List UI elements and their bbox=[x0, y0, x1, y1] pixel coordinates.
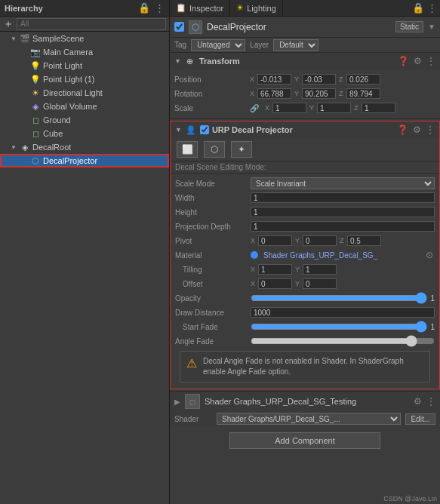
rotation-z-coord: Z bbox=[339, 88, 380, 99]
rotation-z-input[interactable] bbox=[346, 88, 380, 99]
tree-item-decalprojector[interactable]: ⬡ DecalProjector bbox=[0, 154, 169, 167]
scale-mode-row: Scale Mode Scale Invariant bbox=[175, 177, 435, 190]
tree-item-ground[interactable]: ◻ Ground bbox=[0, 113, 169, 127]
inspector-more-icon[interactable]: ⋮ bbox=[427, 2, 437, 14]
rotation-y-input[interactable] bbox=[302, 88, 336, 99]
shader-row: Shader Shader Graphs/URP_Decal_SG_... Ed… bbox=[170, 411, 440, 426]
urp-decal-more-icon[interactable]: ⋮ bbox=[426, 124, 435, 135]
edit-mode-btn-1[interactable]: ⬜ bbox=[177, 141, 198, 158]
edit-mode-btn-3[interactable]: ✦ bbox=[231, 141, 252, 158]
layer-dropdown[interactable]: Default bbox=[273, 39, 318, 51]
width-input[interactable] bbox=[251, 192, 435, 203]
position-value: X Y Z bbox=[250, 74, 435, 85]
position-z-coord: Z bbox=[339, 74, 380, 85]
scale-mode-value: Scale Invariant bbox=[251, 177, 435, 189]
urp-decal-help-icon[interactable]: ❓ bbox=[397, 124, 408, 135]
tilling-y-coord: Y bbox=[295, 264, 337, 275]
shader-more-icon[interactable]: ⋮ bbox=[426, 396, 435, 407]
hierarchy-search-input[interactable] bbox=[17, 18, 166, 30]
rotation-x-input[interactable] bbox=[257, 88, 291, 99]
scale-y-input[interactable] bbox=[317, 103, 351, 113]
tree-item-directional-light[interactable]: ☀ Directional Light bbox=[0, 86, 169, 100]
scale-x-input[interactable] bbox=[272, 103, 306, 113]
scale-z-input[interactable] bbox=[362, 103, 395, 113]
lighting-tab-icon: ☀ bbox=[236, 3, 244, 13]
transform-more-icon[interactable]: ⋮ bbox=[426, 56, 435, 66]
shader-edit-button[interactable]: Edit... bbox=[405, 413, 435, 425]
inspector-tab-icon: 📋 bbox=[176, 3, 186, 13]
object-icon: ⬡ bbox=[189, 20, 202, 34]
transform-settings-icon[interactable]: ⚙ bbox=[414, 56, 422, 66]
shader-select[interactable]: Shader Graphs/URP_Decal_SG_... bbox=[217, 413, 401, 425]
inspector-lock-icon[interactable]: 🔒 bbox=[412, 2, 424, 14]
urp-decal-section: ▼ 👤 URP Decal Projector ❓ ⚙ ⋮ ⬜ ⬡ ✦ bbox=[170, 121, 440, 389]
tree-label-ground: Ground bbox=[43, 115, 71, 124]
edit-mode-btn-2[interactable]: ⬡ bbox=[204, 141, 225, 158]
tree-arrow-samplescene: ▼ bbox=[11, 35, 20, 42]
shader-collapse-arrow[interactable]: ▶ bbox=[174, 398, 180, 406]
tree-label-directional-light: Directional Light bbox=[43, 88, 103, 97]
tree-item-point-light-1[interactable]: 💡 Point Light bbox=[0, 59, 169, 72]
tilling-x-input[interactable] bbox=[258, 264, 292, 275]
inspector-tab-bar: 📋 Inspector ☀ Lighting 🔒 ⋮ bbox=[170, 0, 440, 17]
width-label: Width bbox=[175, 194, 251, 202]
add-component-button[interactable]: Add Component bbox=[229, 432, 380, 449]
tree-item-point-light-2[interactable]: 💡 Point Light (1) bbox=[0, 72, 169, 86]
tag-dropdown[interactable]: Untagged bbox=[191, 39, 245, 51]
hierarchy-more-icon[interactable]: ⋮ bbox=[155, 2, 165, 14]
static-button[interactable]: Static bbox=[395, 21, 423, 32]
position-z-input[interactable] bbox=[346, 74, 380, 85]
hierarchy-panel-header: Hierarchy 🔒 ⋮ bbox=[0, 0, 169, 17]
tree-item-decalroot[interactable]: ▼ ◈ DecalRoot bbox=[0, 140, 169, 154]
offset-x-input[interactable] bbox=[258, 278, 292, 289]
tree-item-samplescene[interactable]: ▼ 🎬 SampleScene bbox=[0, 32, 169, 45]
material-pick-button[interactable]: ⊙ bbox=[424, 250, 435, 260]
inspector-panel: 📋 Inspector ☀ Lighting 🔒 ⋮ ⬡ DecalProjec… bbox=[170, 0, 440, 504]
tree-item-global-volume[interactable]: ◈ Global Volume bbox=[0, 100, 169, 113]
projection-depth-input[interactable] bbox=[251, 221, 435, 232]
opacity-num: 1 bbox=[430, 294, 435, 303]
hierarchy-lock-icon[interactable]: 🔒 bbox=[138, 2, 150, 14]
position-y-coord: Y bbox=[294, 74, 336, 85]
tree-label-samplescene: SampleScene bbox=[32, 34, 85, 43]
height-row: Height bbox=[175, 205, 435, 219]
directional-light-icon: ☀ bbox=[30, 88, 41, 98]
material-label: Material bbox=[175, 251, 251, 260]
inspector-tab-label: Inspector bbox=[189, 4, 223, 13]
shader-settings-icon[interactable]: ⚙ bbox=[414, 396, 422, 407]
urp-decal-header[interactable]: ▼ 👤 URP Decal Projector ❓ ⚙ ⋮ bbox=[171, 121, 439, 138]
pivot-z-coord: Z bbox=[340, 235, 381, 246]
angle-fade-slider[interactable] bbox=[251, 337, 435, 346]
hierarchy-add-button[interactable]: ＋ bbox=[3, 17, 14, 31]
urp-decal-enabled-checkbox[interactable] bbox=[200, 125, 209, 134]
decalroot-icon: ◈ bbox=[20, 142, 30, 152]
pivot-value: X Y Z bbox=[251, 235, 435, 246]
draw-distance-value bbox=[251, 307, 435, 318]
tree-item-main-camera[interactable]: 📷 Main Camera bbox=[0, 45, 169, 59]
static-dropdown-arrow[interactable]: ▼ bbox=[428, 23, 435, 31]
height-input[interactable] bbox=[251, 207, 435, 217]
tab-lighting[interactable]: ☀ Lighting bbox=[230, 0, 283, 16]
start-fade-slider[interactable] bbox=[251, 322, 427, 331]
object-active-checkbox[interactable] bbox=[174, 22, 184, 32]
scale-mode-select[interactable]: Scale Invariant bbox=[251, 177, 435, 189]
transform-help-icon[interactable]: ❓ bbox=[398, 56, 409, 66]
transform-actions: ❓ ⚙ ⋮ bbox=[398, 56, 435, 66]
pivot-y-input[interactable] bbox=[303, 235, 337, 246]
position-y-input[interactable] bbox=[302, 74, 336, 85]
offset-y-input[interactable] bbox=[303, 278, 337, 289]
tree-item-cube[interactable]: ◻ Cube bbox=[0, 127, 169, 140]
urp-decal-settings-icon[interactable]: ⚙ bbox=[413, 124, 421, 135]
position-x-input[interactable] bbox=[257, 74, 291, 85]
warning-icon: ⚠ bbox=[186, 356, 197, 370]
transform-header[interactable]: ▼ ⊕ Transform ❓ ⚙ ⋮ bbox=[170, 53, 440, 69]
tilling-y-input[interactable] bbox=[303, 264, 337, 275]
draw-distance-input[interactable] bbox=[251, 307, 435, 318]
tab-inspector[interactable]: 📋 Inspector bbox=[170, 0, 230, 16]
pivot-x-input[interactable] bbox=[258, 235, 292, 246]
start-fade-num: 1 bbox=[430, 323, 435, 331]
opacity-slider[interactable] bbox=[251, 293, 427, 303]
pivot-label: Pivot bbox=[175, 237, 251, 245]
position-label: Position bbox=[174, 75, 250, 84]
pivot-z-input[interactable] bbox=[347, 235, 381, 246]
